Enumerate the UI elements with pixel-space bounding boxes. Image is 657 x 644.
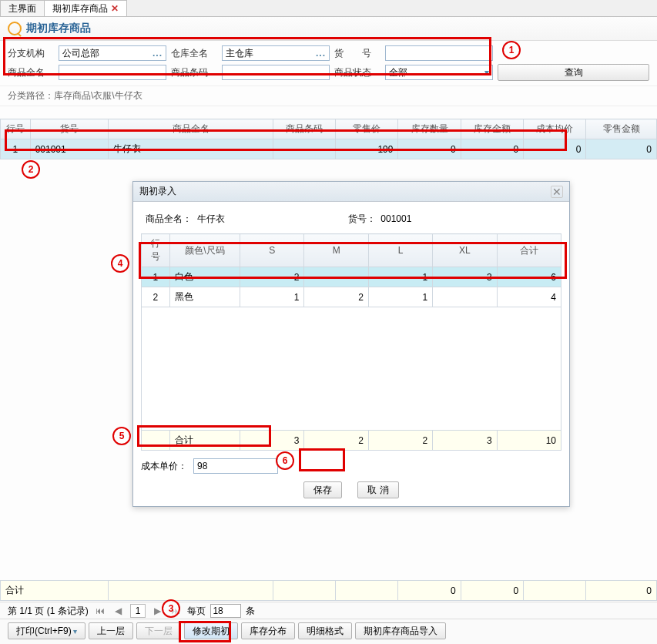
stock-dist-button[interactable]: 库存分布 xyxy=(241,622,295,639)
search-button[interactable]: 查询 xyxy=(498,64,649,81)
cost-input[interactable] xyxy=(193,458,278,474)
callout-6: 6 xyxy=(276,451,294,470)
page-title: 期初库存商品 xyxy=(26,22,91,35)
dialog-table: 行号 颜色\尺码 S M L XL 合计 1白色 2 13 6 2黑色 xyxy=(141,233,561,451)
cancel-button[interactable]: 取 消 xyxy=(357,481,398,498)
tabs-bar: 主界面 期初库存商品✕ xyxy=(0,0,657,17)
dlg-sku-value: 001001 xyxy=(380,213,411,224)
col-qty[interactable]: 库存数量 xyxy=(398,119,461,139)
dlg-product-label: 商品全名： xyxy=(146,213,192,224)
warehouse-combo[interactable]: 主仓库... xyxy=(222,45,330,61)
per-page-input[interactable] xyxy=(210,604,241,618)
modify-initial-button[interactable]: 修改期初 xyxy=(184,622,238,639)
pager-prev-icon[interactable]: ◀ xyxy=(112,604,126,618)
total-table: 合计 0 0 0 xyxy=(0,580,657,601)
warehouse-label: 仓库全名 xyxy=(171,47,217,60)
table-row[interactable]: 1白色 2 13 6 xyxy=(142,267,561,287)
detail-format-button[interactable]: 明细格式 xyxy=(298,622,352,639)
callout-5: 5 xyxy=(112,427,131,445)
ellipsis-icon[interactable]: ... xyxy=(153,48,163,59)
col-retailamt[interactable]: 零售金额 xyxy=(586,119,657,139)
save-button[interactable]: 保存 xyxy=(303,481,342,498)
dlg-sku-label: 货号： xyxy=(348,213,376,224)
dialog-close-icon[interactable]: ✕ xyxy=(551,186,563,198)
pager-current[interactable]: 1 xyxy=(130,604,146,618)
pager: 第 1/1 页 (1 条记录) ⏮ ◀ 1 ▶ ⏭ 每页 条 xyxy=(0,602,657,619)
filter-form: 分支机构 公司总部... 仓库全名 主仓库... 货 号 商品全名 商品条码 商… xyxy=(0,41,657,86)
callout-2: 2 xyxy=(22,160,40,179)
callout-4: 4 xyxy=(111,254,129,273)
sku-label: 货 号 xyxy=(334,47,380,60)
table-row[interactable]: 2黑色 12 1 4 xyxy=(142,287,561,307)
branch-combo[interactable]: 公司总部... xyxy=(59,45,166,61)
search-icon xyxy=(8,22,22,35)
main-table: 行号 货号 商品全名 商品条码 零售价 库存数量 库存金额 成本均价 零售金额 … xyxy=(0,119,657,159)
product-input[interactable] xyxy=(59,65,166,80)
dialog-initial-entry: 期初录入 ✕ 商品全名： 牛仔衣 货号： 001001 行号 颜色\尺码 S M… xyxy=(132,181,570,507)
pager-summary: 第 1/1 页 (1 条记录) xyxy=(8,605,89,618)
ellipsis-icon[interactable]: ... xyxy=(316,48,326,59)
dialog-title: 期初录入 xyxy=(139,185,176,198)
callout-3: 3 xyxy=(162,599,180,618)
col-rowno[interactable]: 行号 xyxy=(1,119,31,139)
title-bar: 期初库存商品 xyxy=(0,17,657,41)
col-name[interactable]: 商品全名 xyxy=(109,119,273,139)
col-price[interactable]: 零售价 xyxy=(336,119,398,139)
down-level-button: 下一层 xyxy=(136,622,181,639)
cost-label: 成本单价： xyxy=(141,460,187,473)
barcode-label: 商品条码 xyxy=(171,66,217,79)
status-combo[interactable]: 全部▾ xyxy=(385,65,493,80)
close-icon[interactable]: ✕ xyxy=(111,3,119,14)
callout-1: 1 xyxy=(502,41,521,59)
col-sku[interactable]: 货号 xyxy=(30,119,109,139)
sku-input[interactable] xyxy=(385,45,493,61)
table-row[interactable]: 1 001001 牛仔衣 199 0 0 0 0 xyxy=(1,139,657,159)
branch-label: 分支机构 xyxy=(8,47,54,60)
col-barcode[interactable]: 商品条码 xyxy=(273,119,335,139)
product-label: 商品全名 xyxy=(8,66,54,79)
tab-main[interactable]: 主界面 xyxy=(0,0,45,16)
barcode-input[interactable] xyxy=(222,65,330,80)
breadcrumb: 分类路径：库存商品\衣服\牛仔衣 xyxy=(0,86,657,106)
col-costavg[interactable]: 成本均价 xyxy=(524,119,586,139)
dlg-product-value: 牛仔衣 xyxy=(197,213,225,224)
total-row: 合计 32 23 10 xyxy=(142,431,561,451)
bottom-toolbar: 打印(Ctrl+F9) 上一层 下一层 修改期初 库存分布 明细格式 期初库存商… xyxy=(0,619,657,644)
pager-first-icon[interactable]: ⏮ xyxy=(93,604,107,618)
chevron-down-icon[interactable]: ▾ xyxy=(484,67,489,78)
tab-inventory[interactable]: 期初库存商品✕ xyxy=(44,0,127,16)
print-button[interactable]: 打印(Ctrl+F9) xyxy=(8,622,85,639)
up-level-button[interactable]: 上一层 xyxy=(89,622,133,639)
import-button[interactable]: 期初库存商品导入 xyxy=(355,622,446,639)
col-amount[interactable]: 库存金额 xyxy=(461,119,523,139)
status-label: 商品状态 xyxy=(334,66,380,79)
